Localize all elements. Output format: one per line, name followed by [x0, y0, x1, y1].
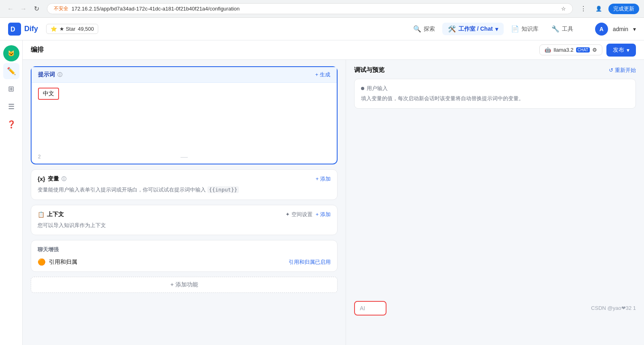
model-settings-icon: ⚙: [592, 47, 597, 53]
variables-title: 变量: [48, 175, 59, 183]
profile-button[interactable]: 👤: [592, 4, 605, 13]
two-col-layout: 提示词 ⓘ + 生成 中文 2 —: [23, 60, 644, 345]
main-layout: 🐱 ✏️ ⊞ ☰ ❓ 编排 🤖 llama3.2 CHAT ⚙ 发布: [0, 40, 644, 345]
user-input-card: 用户输入 填入变量的值，每次启动新会话时该变量将自动替换提示词中的变量。: [354, 79, 636, 109]
user-input-label: 用户输入: [367, 85, 388, 92]
variables-title-left: {x} 变量 ⓘ: [38, 175, 66, 183]
prompt-header-right: + 生成: [315, 71, 330, 78]
context-title: 上下文: [47, 211, 64, 218]
citation-label: 引用和归属: [49, 259, 77, 266]
star-label: ★ Star: [59, 26, 75, 32]
browser-nav-buttons: ← → ↻: [5, 3, 42, 15]
restart-button[interactable]: ↺ 重新开始: [609, 67, 636, 74]
header-nav: 🔍 探索 🛠️ 工作室 / Chat ▾ 📄 知识库 🔧 工具: [408, 23, 579, 35]
knowledge-icon: 📄: [511, 25, 519, 33]
logo-area: D Dify: [8, 23, 38, 36]
publish-button[interactable]: 发布 ▾: [606, 44, 636, 57]
chat-enhance-title: 聊天增强: [38, 246, 331, 253]
user-avatar-button[interactable]: A: [595, 23, 608, 36]
left-sidebar: 🐱 ✏️ ⊞ ☰ ❓: [0, 40, 23, 345]
variables-icon: {x}: [38, 176, 45, 182]
prompt-header: 提示词 ⓘ + 生成: [32, 67, 337, 83]
app-avatar[interactable]: 🐱: [3, 45, 19, 61]
browser-right-actions: ⋮ 👤 完成更新: [578, 3, 639, 15]
admin-dropdown-icon: ▾: [633, 26, 636, 32]
sidebar-list-button[interactable]: ☰: [3, 99, 19, 115]
enhance-item-citation: 🟠 引用和归属 引用和归属已启用: [38, 258, 331, 266]
enhance-item-left: 🟠 引用和归属: [38, 258, 77, 266]
tools-icon: 🔧: [551, 25, 560, 33]
model-badge: CHAT: [576, 47, 590, 53]
reload-button[interactable]: ↻: [31, 3, 42, 15]
user-input-desc: 填入变量的值，每次启动新会话时该变量将自动替换提示词中的变量。: [361, 95, 629, 103]
ai-placeholder: AI: [360, 305, 365, 311]
left-column: 提示词 ⓘ + 生成 中文 2 —: [23, 60, 346, 345]
workspace-dropdown-icon: ▾: [495, 26, 498, 32]
nav-tools[interactable]: 🔧 工具: [546, 23, 579, 35]
ai-input-field[interactable]: AI: [354, 301, 386, 316]
context-header: 📋 上下文 ✦ 空间设置 + 添加: [38, 211, 331, 218]
page-title: 编排: [31, 46, 44, 54]
page-toolbar: 编排 🤖 llama3.2 CHAT ⚙ 发布 ▾: [23, 40, 644, 60]
header-right: A admin ▾: [595, 23, 636, 36]
star-count: 49,500: [78, 26, 94, 32]
context-section: 📋 上下文 ✦ 空间设置 + 添加 您可以导入知识库作: [31, 205, 338, 236]
context-actions: ✦ 空间设置 + 添加: [285, 211, 331, 218]
dot-indicator: [361, 87, 364, 90]
update-button[interactable]: 完成更新: [608, 4, 639, 14]
variables-info-icon[interactable]: ⓘ: [61, 176, 66, 183]
context-settings-button[interactable]: ✦ 空间设置: [285, 211, 312, 218]
sidebar-edit-button[interactable]: ✏️: [3, 63, 19, 79]
forward-button[interactable]: →: [18, 3, 29, 15]
publish-label: 发布: [613, 46, 624, 54]
app-header: D Dify ⭐ ★ Star 49,500 🔍 探索 🛠️ 工作室 / Cha…: [0, 18, 644, 40]
model-icon: 🤖: [545, 47, 551, 53]
sidebar-layout-button[interactable]: ⊞: [3, 81, 19, 97]
right-panel-header: 调试与预览 ↺ 重新开始: [354, 66, 636, 74]
chat-enhance-section: 聊天增强 🟠 引用和归属 引用和归属已启用: [31, 240, 338, 272]
variables-section: {x} 变量 ⓘ + 添加 变量能使用户输入表单引入提示词或开场白，你可以试试在…: [31, 169, 338, 200]
nav-explore[interactable]: 🔍 探索: [408, 23, 441, 35]
citation-icon: 🟠: [38, 258, 46, 266]
prompt-info-icon[interactable]: ⓘ: [57, 72, 62, 78]
model-selector[interactable]: 🤖 llama3.2 CHAT ⚙: [539, 44, 602, 55]
csdn-watermark: CSDN @yao❤32 1: [591, 305, 636, 311]
dify-logo-icon: D: [8, 23, 21, 36]
context-title-left: 📋 上下文: [38, 211, 64, 218]
add-variable-button[interactable]: + 添加: [316, 175, 331, 183]
explore-icon: 🔍: [413, 25, 421, 33]
url-text: 172.16.2.15/app/bd7a34ad-172c-41dc-a181-…: [72, 6, 558, 12]
back-button[interactable]: ←: [5, 3, 16, 15]
prompt-body: 中文 2 —: [32, 83, 337, 164]
settings-icon: ✦: [285, 211, 290, 217]
chinese-tag[interactable]: 中文: [38, 88, 59, 100]
prompt-line-number: 2: [38, 154, 41, 160]
right-column: 调试与预览 ↺ 重新开始 用户输入 填入变量的值，每次启动新会话时该变量将自动替…: [346, 60, 644, 345]
nav-knowledge-label: 知识库: [522, 25, 538, 33]
content-area: 编排 🤖 llama3.2 CHAT ⚙ 发布 ▾: [23, 40, 644, 345]
browser-chrome: ← → ↻ 不安全 172.16.2.15/app/bd7a34ad-172c-…: [0, 0, 644, 18]
panel-title: 调试与预览: [354, 66, 384, 74]
star-icon: ☆: [561, 6, 566, 12]
nav-knowledge[interactable]: 📄 知识库: [505, 23, 544, 35]
prompt-label: 提示词: [38, 71, 55, 78]
nav-workspace[interactable]: 🛠️ 工作室 / Chat ▾: [442, 23, 504, 35]
prompt-header-left: 提示词 ⓘ: [38, 71, 62, 78]
nav-explore-label: 探索: [424, 25, 435, 33]
context-description: 您可以导入知识库作为上下文: [38, 221, 331, 229]
variables-header: {x} 变量 ⓘ + 添加: [38, 175, 331, 183]
sidebar-help-button[interactable]: ❓: [3, 116, 19, 133]
workspace-icon: 🛠️: [448, 25, 456, 33]
address-bar[interactable]: 不安全 172.16.2.15/app/bd7a34ad-172c-41dc-a…: [47, 3, 573, 14]
add-function-button[interactable]: + 添加功能: [31, 277, 338, 293]
context-icon: 📋: [38, 211, 44, 218]
prompt-drag-handle[interactable]: —: [181, 153, 188, 161]
github-star-button[interactable]: ⭐ ★ Star 49,500: [46, 24, 98, 34]
extensions-button[interactable]: ⋮: [578, 3, 589, 15]
model-name: llama3.2: [553, 47, 573, 53]
admin-name[interactable]: admin: [613, 26, 628, 32]
user-input-header: 用户输入: [361, 85, 629, 92]
add-context-button[interactable]: + 添加: [316, 211, 331, 218]
publish-dropdown-icon: ▾: [627, 47, 629, 53]
generate-button[interactable]: + 生成: [315, 71, 330, 78]
